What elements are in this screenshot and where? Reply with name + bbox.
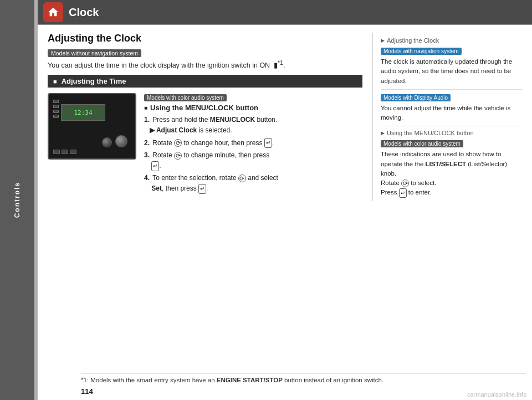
step-3-num: 3. bbox=[144, 151, 150, 159]
content-area: Adjusting the Clock Models without navig… bbox=[38, 25, 532, 209]
radio-bbtn-2 bbox=[62, 150, 68, 154]
radio-btn-3 bbox=[53, 110, 59, 113]
enter-icon-1: ↵ bbox=[264, 138, 272, 148]
radio-btn-2 bbox=[53, 105, 59, 108]
step-4-num: 4. bbox=[144, 174, 150, 182]
radio-buttons-left bbox=[53, 100, 59, 118]
intro-superscript: *1 bbox=[278, 60, 283, 66]
intro-text-content: You can adjust the time in the clock dis… bbox=[48, 61, 270, 69]
footnote-bold: ENGINE START/STOP bbox=[217, 377, 283, 383]
home-icon bbox=[47, 6, 59, 18]
watermark: carmanualsonline.info bbox=[467, 391, 526, 398]
page-header: Clock bbox=[38, 0, 532, 24]
radio-btn-4 bbox=[53, 115, 59, 118]
radio-image: 12:34 bbox=[48, 93, 136, 160]
badge-without-nav: Models without navigation system bbox=[48, 49, 141, 57]
main-content: Clock Adjusting the Clock Models without… bbox=[38, 0, 532, 400]
sub-section-bar: Adjusting the Time bbox=[48, 75, 362, 88]
step-1-num: 1. bbox=[144, 116, 150, 124]
badge-color-audio-inline: Models with color audio system bbox=[144, 94, 227, 101]
rotate-icon-2: ⟳ bbox=[174, 152, 182, 160]
steps-list: 1. Press and hold the MENU/CLOCK button.… bbox=[144, 115, 362, 194]
step-1-sub: ▶ Adjust Clock bbox=[150, 126, 197, 134]
rc-section-1-header: Adjusting the Clock bbox=[381, 37, 522, 44]
rc-text-3f: to enter. bbox=[408, 189, 432, 196]
instructions-panel: Models with color audio system Using the… bbox=[144, 93, 362, 196]
enter-icon-3: ↵ bbox=[198, 184, 206, 194]
step-1: 1. Press and hold the MENU/CLOCK button.… bbox=[144, 115, 362, 136]
instructions-heading: Using the MENU/CLOCK button bbox=[144, 104, 362, 112]
rc-text-2: You cannot adjust the time while the veh… bbox=[381, 104, 522, 123]
rc-badge-nav: Models with navigation system bbox=[381, 48, 462, 55]
radio-bottom-btns bbox=[53, 150, 76, 154]
rotate-icon-3: ⟳ bbox=[238, 175, 246, 182]
rc-enter-icon: ↵ bbox=[399, 188, 407, 198]
rc-text-1: The clock is automatically updated throu… bbox=[381, 57, 522, 86]
sidebar-label: Controls bbox=[13, 182, 21, 218]
page-number: 114 bbox=[81, 387, 93, 396]
sidebar: Controls bbox=[0, 0, 34, 400]
step-4: 4. To enter the selection, rotate ⟳ and … bbox=[144, 173, 362, 194]
footnote-text: *1: Models with the smart entry system h… bbox=[81, 377, 215, 383]
radio-bbtn-1 bbox=[53, 150, 60, 154]
rc-section-2-header: Using the MENU/CLOCK button bbox=[381, 130, 522, 136]
radio-screen: 12:34 bbox=[61, 104, 105, 121]
rc-bold-3: LIST/SELECT bbox=[426, 161, 466, 167]
step-1-bold: MENU/CLOCK bbox=[210, 116, 255, 124]
rc-text-3e: Press bbox=[381, 189, 397, 196]
radio-knob-main bbox=[115, 135, 127, 147]
radio-display: 12:34 bbox=[74, 109, 92, 116]
step-2-num: 2. bbox=[144, 139, 150, 147]
step-2: 2. Rotate ⟳ to change hour, then press ↵… bbox=[144, 138, 362, 148]
radio-knob-small bbox=[102, 137, 112, 147]
radio-btn-1 bbox=[53, 100, 59, 103]
left-column: Adjusting the Clock Models without navig… bbox=[48, 33, 372, 201]
enter-icon-2: ↵ bbox=[151, 161, 159, 171]
step-4-set: Set bbox=[151, 184, 162, 192]
rc-section-2-header-text: Using the MENU/CLOCK button bbox=[387, 130, 474, 136]
home-icon-box bbox=[43, 2, 63, 22]
rc-divider-1 bbox=[381, 89, 522, 90]
rc-section-1-header-text: Adjusting the Clock bbox=[387, 37, 439, 44]
radio-bbtn-3 bbox=[70, 150, 76, 154]
step-3: 3. Rotate ⟳ to change minute, then press… bbox=[144, 150, 362, 171]
footnote-text-2: button instead of an ignition switch. bbox=[284, 377, 383, 383]
rc-rotate-icon: ⟳ bbox=[401, 180, 409, 187]
intro-text: You can adjust the time in the clock dis… bbox=[48, 60, 362, 69]
sub-section-title: Adjusting the Time bbox=[62, 77, 126, 85]
right-column: Adjusting the Clock Models with navigati… bbox=[372, 33, 522, 201]
page-title: Clock bbox=[69, 6, 99, 19]
time-section: 12:34 Models with color audio system Usi… bbox=[48, 93, 362, 196]
rc-text-3c: Rotate bbox=[381, 180, 400, 186]
rc-text-3: These indications are used to show how t… bbox=[381, 150, 522, 197]
rc-text-3d: to select. bbox=[411, 180, 436, 186]
main-title: Adjusting the Clock bbox=[48, 33, 362, 44]
footnote-area: *1: Models with the smart entry system h… bbox=[81, 373, 526, 383]
rotate-icon-1: ⟳ bbox=[174, 139, 182, 147]
rc-badge-color: Models with color audio system bbox=[381, 140, 463, 147]
rc-badge-display: Models with Display Audio bbox=[381, 94, 451, 101]
rc-divider-2 bbox=[381, 126, 522, 126]
